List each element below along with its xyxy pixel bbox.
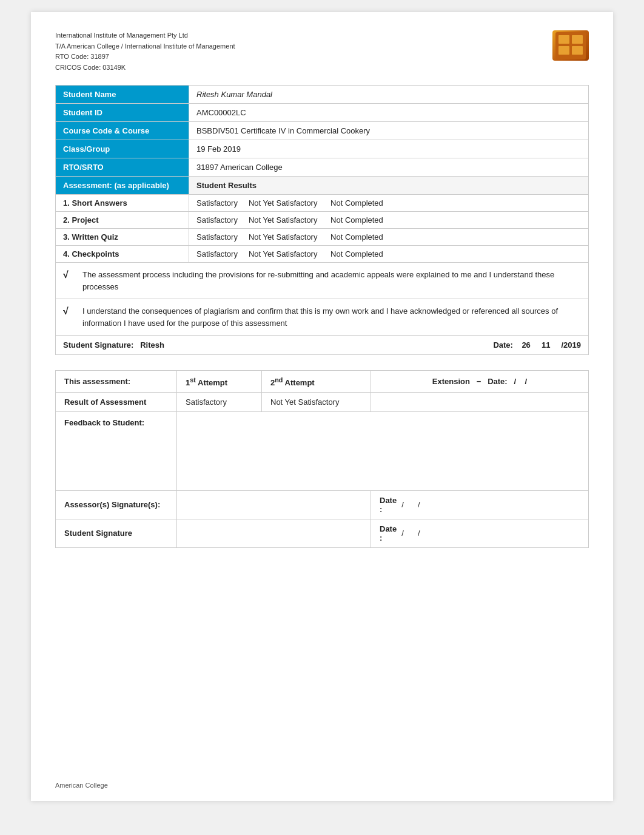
student-sig-left: Student Signature: Ritesh <box>63 340 164 350</box>
result-4-col2: Not Yet Satisfactory <box>249 249 317 259</box>
page-footer: American College <box>55 782 108 789</box>
assessment-header-right: Student Results <box>189 177 589 195</box>
attempt2-label: 2nd Attempt <box>262 371 371 392</box>
lower-header-row: This assessment: 1st Attempt 2nd Attempt… <box>56 371 589 392</box>
date-label: Date: <box>493 340 513 350</box>
assessor-sig-row: Assessor(s) Signature(s): Date: / / <box>56 490 589 519</box>
result-3-col3: Not Completed <box>330 232 383 242</box>
assessment-header-left: Assessment: (as applicable) <box>56 177 189 195</box>
student-id-row: Student ID AMC00002LC <box>56 104 589 122</box>
header-text: International Institute of Management Pt… <box>55 30 235 73</box>
extension-cell: Extension − Date: / / <box>371 371 589 392</box>
result-3-col1: Satisfactory <box>196 232 238 242</box>
result-2-col2: Not Yet Satisfactory <box>249 215 317 225</box>
student-name-value: Ritesh Kumar Mandal <box>189 86 589 104</box>
assessment-item-row-3: 3. Written Quiz Satisfactory Not Yet Sat… <box>56 229 589 246</box>
result-2-col1: Satisfactory <box>196 215 238 225</box>
header-line2: T/A American College / International Ins… <box>55 41 235 52</box>
svg-rect-2 <box>572 35 583 44</box>
result-1-col2: Not Yet Satisfactory <box>249 198 317 208</box>
student-sig-name: Ritesh <box>140 340 164 350</box>
result-1-col3: Not Completed <box>330 198 383 208</box>
date-year: /2019 <box>561 340 581 350</box>
header: International Institute of Management Pt… <box>55 30 589 73</box>
assessment-item-3-results: Satisfactory Not Yet Satisfactory Not Co… <box>189 229 589 246</box>
course-row: Course Code & Course BSBDIV501 Certifica… <box>56 122 589 140</box>
result-4-col3: Not Completed <box>330 249 383 259</box>
result-row: Result of Assessment Satisfactory Not Ye… <box>56 392 589 411</box>
rto-label: RTO/SRTO <box>56 158 189 177</box>
result-1-col1: Satisfactory <box>196 198 238 208</box>
checkbox-row-1: √ The assessment process including the p… <box>56 263 588 299</box>
result-2-col3: Not Completed <box>330 215 383 225</box>
lower-table: This assessment: 1st Attempt 2nd Attempt… <box>55 370 589 547</box>
page: International Institute of Management Pt… <box>31 12 613 801</box>
student-sig-row-lower: Student Signature Date: / / <box>56 519 589 547</box>
student-sig-label: Student Signature: <box>63 340 133 350</box>
header-logo <box>552 30 589 61</box>
header-line1: International Institute of Management Pt… <box>55 30 235 41</box>
attempt1-text: 1st Attempt <box>186 378 227 387</box>
assessment-item-4-results: Satisfactory Not Yet Satisfactory Not Co… <box>189 246 589 263</box>
lower-slash2: / <box>525 377 528 386</box>
date-month: 11 <box>542 340 550 350</box>
course-label: Course Code & Course <box>56 122 189 140</box>
student-sig-right: Date: 26 11 /2019 <box>493 340 581 350</box>
lower-slash1: / <box>514 377 517 386</box>
result-empty <box>371 392 589 411</box>
student-name-label: Student Name <box>56 86 189 104</box>
result-nys: Not Yet Satisfactory <box>262 392 371 411</box>
svg-rect-4 <box>572 46 583 55</box>
feedback-row: Feedback to Student: <box>56 411 589 490</box>
checkbox-row-2: √ I understand the consequences of plagi… <box>56 299 588 335</box>
assessment-item-2-results: Satisfactory Not Yet Satisfactory Not Co… <box>189 212 589 229</box>
student-info-table: Student Name Ritesh Kumar Mandal Student… <box>55 85 589 263</box>
date-day: 26 <box>522 340 530 350</box>
header-line4: CRICOS Code: 03149K <box>55 63 235 73</box>
feedback-label: Feedback to Student: <box>56 411 177 490</box>
check-text-1: The assessment process including the pro… <box>82 269 581 292</box>
footer-text: American College <box>55 782 108 789</box>
assessor-slash1: / <box>401 500 404 509</box>
check-text-2: I understand the consequences of plagiar… <box>82 305 581 329</box>
course-value: BSBDIV501 Certificate IV in Commercial C… <box>189 122 589 140</box>
assessment-item-row-4: 4. Checkpoints Satisfactory Not Yet Sati… <box>56 246 589 263</box>
class-label: Class/Group <box>56 140 189 158</box>
assessor-date-label: Date: <box>380 496 397 514</box>
student-id-label: Student ID <box>56 104 189 122</box>
rto-value: 31897 American College <box>189 158 589 177</box>
assessment-item-row-2: 2. Project Satisfactory Not Yet Satisfac… <box>56 212 589 229</box>
student-name-row: Student Name Ritesh Kumar Mandal <box>56 86 589 104</box>
extension-dash: − <box>477 377 481 386</box>
feedback-content <box>177 411 589 490</box>
student-date-label: Date: <box>380 524 397 543</box>
class-value: 19 Feb 2019 <box>189 140 589 158</box>
header-line3: RTO Code: 31897 <box>55 52 235 63</box>
checkbox-section: √ The assessment process including the p… <box>55 263 589 336</box>
class-row: Class/Group 19 Feb 2019 <box>56 140 589 158</box>
check-symbol-1: √ <box>63 269 75 280</box>
attempt2-text: 2nd Attempt <box>270 378 315 387</box>
extension-label: Extension <box>432 377 470 386</box>
result-4-col1: Satisfactory <box>196 249 238 259</box>
assessor-slash2: / <box>418 500 420 509</box>
student-sig-label-lower: Student Signature <box>56 519 177 547</box>
result-of-assessment-label: Result of Assessment <box>56 392 177 411</box>
student-date-cell: Date: / / <box>371 519 589 547</box>
assessment-item-3-label: 3. Written Quiz <box>56 229 189 246</box>
assessor-sig-label: Assessor(s) Signature(s): <box>56 490 177 519</box>
assessment-item-1-label: 1. Short Answers <box>56 195 189 212</box>
attempt1-label: 1st Attempt <box>177 371 262 392</box>
svg-rect-1 <box>558 35 569 44</box>
student-slash2: / <box>418 529 420 538</box>
assessment-header-row: Assessment: (as applicable) Student Resu… <box>56 177 589 195</box>
result-3-col2: Not Yet Satisfactory <box>249 232 317 242</box>
assessor-date-cell: Date: / / <box>371 490 589 519</box>
student-sig-value <box>177 519 371 547</box>
assessment-item-1-results: Satisfactory Not Yet Satisfactory Not Co… <box>189 195 589 212</box>
assessment-item-4-label: 4. Checkpoints <box>56 246 189 263</box>
lower-date-label: Date: <box>488 377 508 386</box>
this-assessment-label: This assessment: <box>56 371 177 392</box>
assessor-sig-value <box>177 490 371 519</box>
check-symbol-2: √ <box>63 306 75 317</box>
